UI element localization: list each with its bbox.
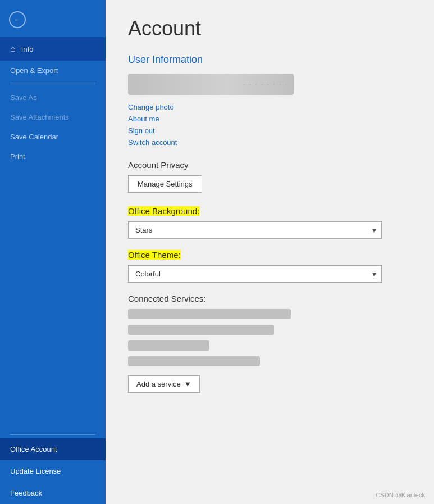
office-theme-label: Office Theme:: [128, 250, 181, 260]
sidebar: ← ⌂ Info Open & Export Save As Save Atta…: [0, 0, 106, 504]
office-theme-dropdown-wrapper: Colorful Dark Gray Black White: [128, 265, 382, 283]
add-service-button[interactable]: Add a service ▼: [128, 375, 200, 393]
connected-services-title: Connected Services:: [128, 294, 412, 303]
connected-service-1: [128, 309, 291, 319]
sidebar-item-open-export-label: Open & Export: [10, 66, 58, 75]
sidebar-item-feedback[interactable]: Feedback: [0, 482, 106, 504]
connected-service-2: [128, 325, 274, 335]
add-service-chevron-icon: ▼: [184, 380, 191, 388]
sidebar-item-save-attachments: Save Attachments: [0, 107, 106, 127]
user-information-title: User Information: [128, 54, 412, 66]
office-background-label: Office Background:: [128, 206, 199, 216]
back-icon: ←: [9, 11, 26, 28]
sidebar-item-info[interactable]: ⌂ Info: [0, 37, 106, 61]
sidebar-item-save-calendar-label: Save Calendar: [10, 133, 58, 141]
sidebar-item-update-license-label: Update License: [10, 467, 61, 475]
page-title: Account: [128, 17, 412, 40]
sidebar-bottom-divider: [10, 434, 95, 435]
account-privacy-section: Account Privacy Manage Settings: [128, 160, 412, 193]
sidebar-item-print[interactable]: Print: [0, 147, 106, 166]
change-photo-link[interactable]: Change photo: [128, 103, 412, 111]
connected-services-section: Connected Services: Add a service ▼: [128, 294, 412, 393]
user-links: Change photo About me Sign out Switch ac…: [128, 103, 412, 147]
home-icon: ⌂: [10, 44, 16, 54]
sidebar-item-save-calendar[interactable]: Save Calendar: [0, 127, 106, 147]
sidebar-item-office-account[interactable]: Office Account: [0, 438, 106, 460]
sidebar-item-print-label: Print: [10, 152, 25, 161]
sidebar-item-info-label: Info: [21, 45, 34, 53]
user-information-section: User Information Change photo About me S…: [128, 54, 412, 147]
sidebar-item-save-attachments-label: Save Attachments: [10, 113, 69, 121]
sign-out-link[interactable]: Sign out: [128, 126, 412, 135]
account-privacy-title: Account Privacy: [128, 160, 412, 170]
office-background-dropdown-wrapper: Stars No Background Circuit Geometry Off…: [128, 221, 382, 239]
connected-service-3: [128, 340, 209, 351]
office-background-select[interactable]: Stars No Background Circuit Geometry Off…: [128, 221, 382, 239]
office-theme-select[interactable]: Colorful Dark Gray Black White: [128, 265, 382, 283]
office-theme-section: Office Theme: Colorful Dark Gray Black W…: [128, 250, 412, 283]
sidebar-item-feedback-label: Feedback: [10, 489, 42, 497]
user-photo-placeholder: [128, 74, 294, 95]
main-content: Account User Information Change photo Ab…: [106, 0, 434, 504]
add-service-label: Add a service: [136, 380, 181, 388]
about-me-link[interactable]: About me: [128, 115, 412, 123]
watermark: CSDN @Kianteck: [376, 492, 425, 498]
sidebar-item-save-as-label: Save As: [10, 93, 37, 102]
sidebar-item-save-as: Save As: [0, 88, 106, 107]
sidebar-item-office-account-label: Office Account: [10, 445, 57, 453]
back-button[interactable]: ←: [0, 0, 106, 37]
sidebar-item-update-license[interactable]: Update License: [0, 460, 106, 482]
office-background-section: Office Background: Stars No Background C…: [128, 206, 412, 239]
sidebar-item-open-export[interactable]: Open & Export: [0, 61, 106, 80]
switch-account-link[interactable]: Switch account: [128, 138, 412, 147]
connected-service-4: [128, 356, 260, 366]
sidebar-divider-1: [10, 84, 95, 84]
sidebar-bottom: Office Account Update License Feedback: [0, 431, 106, 504]
manage-settings-button[interactable]: Manage Settings: [128, 175, 202, 193]
